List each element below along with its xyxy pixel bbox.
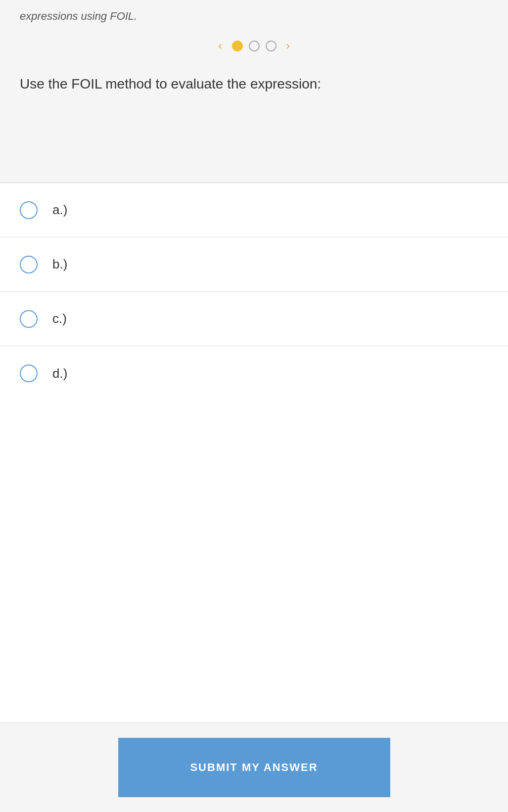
- intro-text: expressions using FOIL.: [20, 10, 488, 23]
- radio-b[interactable]: [20, 256, 38, 273]
- pagination-prev[interactable]: ‹: [214, 38, 226, 54]
- option-label-a: a.): [52, 202, 67, 218]
- radio-a[interactable]: [20, 201, 38, 219]
- answer-option-b[interactable]: b.): [0, 237, 508, 292]
- option-label-b: b.): [52, 257, 67, 272]
- option-label-c: c.): [52, 311, 67, 326]
- pagination-next[interactable]: ›: [282, 38, 294, 54]
- radio-c[interactable]: [20, 310, 38, 328]
- submit-area: SUBMIT MY ANSWER: [0, 722, 508, 812]
- pagination-dot-3[interactable]: [266, 41, 277, 51]
- answers-section: a.) b.) c.) d.): [0, 183, 508, 722]
- answer-option-d[interactable]: d.): [0, 346, 508, 401]
- answer-option-c[interactable]: c.): [0, 292, 508, 346]
- answer-option-a[interactable]: a.): [0, 183, 508, 237]
- submit-button[interactable]: SUBMIT MY ANSWER: [118, 738, 390, 797]
- radio-d[interactable]: [20, 364, 38, 382]
- pagination-dot-1[interactable]: [232, 41, 243, 51]
- expression-area: [20, 108, 488, 158]
- option-label-d: d.): [52, 366, 67, 381]
- pagination-dot-2[interactable]: [249, 41, 260, 51]
- question-text: Use the FOIL method to evaluate the expr…: [20, 74, 488, 93]
- pagination: ‹ ›: [20, 38, 488, 54]
- top-section: expressions using FOIL. ‹ › Use the FOIL…: [0, 0, 508, 182]
